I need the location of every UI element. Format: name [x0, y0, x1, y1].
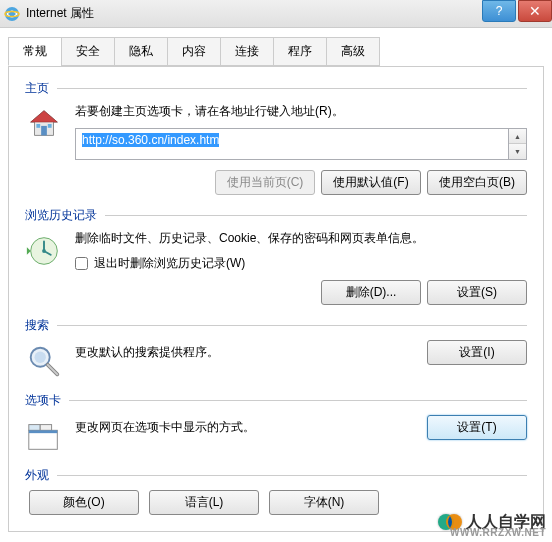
search-settings-button[interactable]: 设置(I): [427, 340, 527, 365]
use-default-button[interactable]: 使用默认值(F): [321, 170, 421, 195]
exit-delete-checkbox[interactable]: [75, 257, 88, 270]
tab-advanced[interactable]: 高级: [326, 37, 380, 66]
exit-delete-checkbox-row[interactable]: 退出时删除浏览历史记录(W): [75, 255, 527, 272]
svg-rect-4: [48, 124, 52, 128]
history-settings-button[interactable]: 设置(S): [427, 280, 527, 305]
search-section: 搜索 更改默认的搜索提供程序。 设置(I): [25, 317, 527, 380]
svg-rect-3: [36, 124, 40, 128]
use-current-button: 使用当前页(C): [215, 170, 315, 195]
tab-security[interactable]: 安全: [61, 37, 115, 66]
titlebar: Internet 属性 ? ✕: [0, 0, 552, 28]
history-icon: [25, 232, 63, 270]
tabs-section: 选项卡 更改网页在选项卡中显示的方式。 设置(T): [25, 392, 527, 455]
divider: [57, 325, 527, 326]
svg-rect-10: [29, 424, 40, 430]
help-button[interactable]: ?: [482, 0, 516, 22]
divider: [105, 215, 527, 216]
homepage-title: 主页: [25, 80, 49, 97]
tab-general[interactable]: 常规: [8, 37, 62, 66]
svg-rect-12: [29, 430, 58, 433]
search-icon: [25, 342, 63, 380]
tabs-title: 选项卡: [25, 392, 61, 409]
tabs-settings-button[interactable]: 设置(T): [427, 415, 527, 440]
tab-content[interactable]: 内容: [167, 37, 221, 66]
divider: [57, 88, 527, 89]
divider: [69, 400, 527, 401]
history-desc: 删除临时文件、历史记录、Cookie、保存的密码和网页表单信息。: [75, 230, 527, 247]
ie-icon: [4, 6, 20, 22]
tab-privacy[interactable]: 隐私: [114, 37, 168, 66]
general-panel: 主页 若要创建主页选项卡，请在各地址行键入地址(R)。 http://so.36…: [8, 66, 544, 532]
appearance-title: 外观: [25, 467, 49, 484]
tabs-icon: [25, 417, 63, 455]
font-button[interactable]: 字体(N): [269, 490, 379, 515]
exit-delete-label: 退出时删除浏览历史记录(W): [94, 255, 245, 272]
svg-point-6: [42, 249, 46, 253]
home-icon: [25, 105, 63, 143]
history-title: 浏览历史记录: [25, 207, 97, 224]
appearance-section: 外观 颜色(O) 语言(L) 字体(N): [25, 467, 527, 515]
homepage-url-input[interactable]: http://so.360.cn/index.htm: [75, 128, 509, 160]
divider: [57, 475, 527, 476]
homepage-section: 主页 若要创建主页选项卡，请在各地址行键入地址(R)。 http://so.36…: [25, 80, 527, 195]
tab-strip: 常规 安全 隐私 内容 连接 程序 高级: [8, 37, 544, 67]
history-section: 浏览历史记录 删除临时文件、历史记录、Cookie、保存的密码和网页表单信息。 …: [25, 207, 527, 305]
svg-rect-2: [41, 126, 47, 135]
spin-down[interactable]: ▼: [509, 144, 526, 159]
delete-button[interactable]: 删除(D)...: [321, 280, 421, 305]
close-button[interactable]: ✕: [518, 0, 552, 22]
language-button[interactable]: 语言(L): [149, 490, 259, 515]
tab-programs[interactable]: 程序: [273, 37, 327, 66]
use-blank-button[interactable]: 使用空白页(B): [427, 170, 527, 195]
svg-rect-11: [40, 424, 51, 430]
window-controls: ? ✕: [482, 0, 552, 22]
search-title: 搜索: [25, 317, 49, 334]
color-button[interactable]: 颜色(O): [29, 490, 139, 515]
spin-up[interactable]: ▲: [509, 129, 526, 145]
search-desc: 更改默认的搜索提供程序。: [75, 344, 219, 361]
window-title: Internet 属性: [26, 5, 94, 22]
tabs-desc: 更改网页在选项卡中显示的方式。: [75, 419, 255, 436]
url-spinner: ▲ ▼: [509, 128, 527, 160]
homepage-desc: 若要创建主页选项卡，请在各地址行键入地址(R)。: [75, 103, 527, 120]
tab-connections[interactable]: 连接: [220, 37, 274, 66]
svg-point-8: [35, 351, 46, 362]
